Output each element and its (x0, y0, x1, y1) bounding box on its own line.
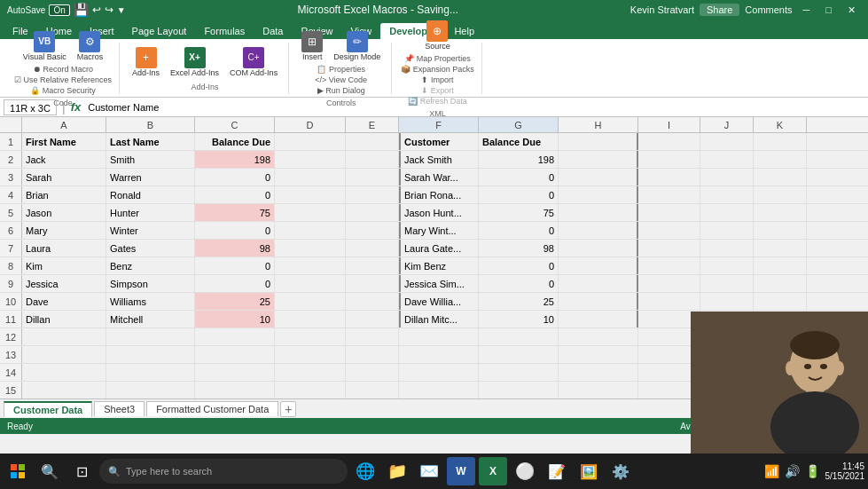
cell-i2[interactable] (638, 151, 700, 168)
name-box[interactable]: 11R x 3C (4, 99, 57, 115)
cell-k10[interactable] (754, 293, 807, 310)
wifi-icon[interactable]: 📶 (764, 464, 779, 478)
battery-icon[interactable]: 🔋 (805, 464, 820, 478)
cell-j2[interactable] (700, 151, 754, 168)
share-button[interactable]: Share (700, 4, 739, 16)
cell-f5[interactable]: Jason Hunt... (399, 204, 479, 221)
cell-a7[interactable]: Laura (22, 240, 106, 256)
cell-g7[interactable]: 98 (479, 240, 559, 256)
cell-b7[interactable]: Gates (106, 240, 195, 256)
autosave-toggle[interactable]: On (49, 4, 69, 16)
cell-e11[interactable] (346, 311, 399, 327)
run-dialog-button[interactable]: ▶ Run Dialog (317, 86, 365, 95)
addins-button[interactable]: + Add-Ins (129, 45, 163, 79)
cell-a5[interactable]: Jason (22, 204, 106, 221)
word-icon[interactable]: W (447, 457, 475, 485)
cell-d4[interactable] (275, 186, 346, 203)
col-header-i[interactable]: I (638, 117, 700, 132)
cell-h5[interactable] (559, 204, 638, 221)
cell-e10[interactable] (346, 293, 399, 310)
cell-g8[interactable]: 0 (479, 257, 559, 274)
save-icon[interactable]: 💾 (74, 3, 89, 17)
cell-d2[interactable] (275, 151, 346, 168)
visual-basic-button[interactable]: VB Visual Basic (20, 29, 70, 63)
search-button[interactable]: 🔍 (35, 457, 64, 485)
cell-k4[interactable] (754, 186, 807, 203)
cell-i10[interactable] (638, 293, 700, 310)
cell-b6[interactable]: Winter (106, 222, 195, 239)
com-addins-button[interactable]: C+ COM Add-Ins (226, 45, 281, 79)
cell-j7[interactable] (700, 240, 754, 256)
comments-button[interactable]: Comments (745, 4, 792, 15)
cell-e2[interactable] (346, 151, 399, 168)
cell-c10[interactable]: 25 (195, 293, 275, 310)
cell-d8[interactable] (275, 257, 346, 274)
cell-b5[interactable]: Hunter (106, 204, 195, 221)
cell-f1[interactable]: Customer (399, 133, 479, 150)
undo-icon[interactable]: ↩ (92, 4, 101, 16)
cell-g2[interactable]: 198 (479, 151, 559, 168)
cell-b14[interactable] (106, 364, 195, 381)
cell-e12[interactable] (346, 328, 399, 345)
cell-i6[interactable] (638, 222, 700, 239)
cell-k5[interactable] (754, 204, 807, 221)
cell-j10[interactable] (700, 293, 754, 310)
cell-j8[interactable] (700, 257, 754, 274)
edge-browser-icon[interactable]: 🌐 (351, 457, 379, 485)
sheet-tab-formatted[interactable]: Formatted Customer Data (146, 401, 278, 416)
cell-d14[interactable] (275, 364, 346, 381)
cell-d1[interactable] (275, 133, 346, 150)
map-properties-button[interactable]: 📌 Map Properties (404, 54, 471, 63)
cell-d11[interactable] (275, 311, 346, 327)
cell-j3[interactable] (700, 169, 754, 185)
clock[interactable]: 11:45 5/15/2021 (825, 461, 865, 481)
volume-icon[interactable]: 🔊 (785, 464, 800, 478)
cell-f8[interactable]: Kim Benz (399, 257, 479, 274)
col-header-k[interactable]: K (754, 117, 807, 132)
cell-h10[interactable] (559, 293, 638, 310)
cell-k3[interactable] (754, 169, 807, 185)
cell-c15[interactable] (195, 382, 275, 398)
cell-d9[interactable] (275, 275, 346, 292)
cell-h3[interactable] (559, 169, 638, 185)
cell-a1[interactable]: First Name (22, 133, 106, 150)
cell-e6[interactable] (346, 222, 399, 239)
cell-e5[interactable] (346, 204, 399, 221)
cell-j6[interactable] (700, 222, 754, 239)
cell-k8[interactable] (754, 257, 807, 274)
cell-h4[interactable] (559, 186, 638, 203)
cell-c9[interactable]: 0 (195, 275, 275, 292)
cell-f10[interactable]: Dave Willia... (399, 293, 479, 310)
cell-g15[interactable] (479, 382, 559, 398)
minimize-button[interactable]: ─ (798, 4, 816, 15)
cell-g13[interactable] (479, 346, 559, 363)
cell-g9[interactable]: 0 (479, 275, 559, 292)
notepad-icon[interactable]: 📝 (543, 457, 571, 485)
cell-g12[interactable] (479, 328, 559, 345)
expansion-packs-button[interactable]: 📦 Expansion Packs (401, 65, 474, 74)
cell-b12[interactable] (106, 328, 195, 345)
cell-c14[interactable] (195, 364, 275, 381)
cell-f13[interactable] (399, 346, 479, 363)
cell-f7[interactable]: Laura Gate... (399, 240, 479, 256)
cell-f2[interactable]: Jack Smith (399, 151, 479, 168)
cell-h8[interactable] (559, 257, 638, 274)
cell-a11[interactable]: Dillan (22, 311, 106, 327)
cell-d12[interactable] (275, 328, 346, 345)
cell-c5[interactable]: 75 (195, 204, 275, 221)
cell-c8[interactable]: 0 (195, 257, 275, 274)
cell-a12[interactable] (22, 328, 106, 345)
cell-d6[interactable] (275, 222, 346, 239)
settings-icon[interactable]: ⚙️ (606, 457, 635, 485)
cell-e4[interactable] (346, 186, 399, 203)
cell-i3[interactable] (638, 169, 700, 185)
cell-b1[interactable]: Last Name (106, 133, 195, 150)
cell-g6[interactable]: 0 (479, 222, 559, 239)
cell-g14[interactable] (479, 364, 559, 381)
cell-f9[interactable]: Jessica Sim... (399, 275, 479, 292)
cell-e13[interactable] (346, 346, 399, 363)
cell-h2[interactable] (559, 151, 638, 168)
cell-a8[interactable]: Kim (22, 257, 106, 274)
cell-h6[interactable] (559, 222, 638, 239)
cell-k9[interactable] (754, 275, 807, 292)
